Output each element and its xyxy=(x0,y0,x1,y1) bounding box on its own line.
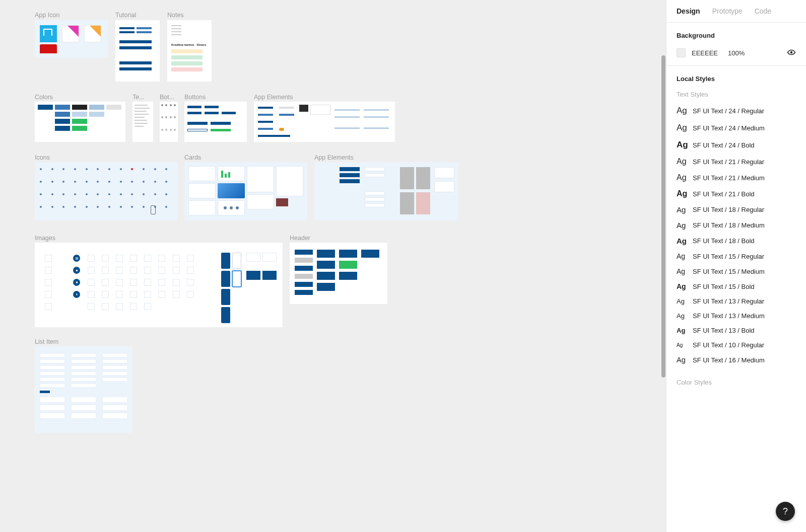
frame-label-app-el2: App Elements xyxy=(314,154,354,161)
frame-label-te: Te... xyxy=(132,94,145,101)
background-row: EEEEEE 100% xyxy=(666,44,806,66)
canvas-scrollbar[interactable] xyxy=(661,0,666,532)
frame-label-buttons: Buttons xyxy=(184,94,206,101)
help-icon: ? xyxy=(783,506,788,517)
text-style-label: SF UI Text / 13 / Medium xyxy=(693,312,765,320)
background-opacity[interactable]: 100% xyxy=(728,49,753,57)
frame-app-elements-2[interactable] xyxy=(314,162,458,220)
color-styles-subtitle: Color Styles xyxy=(666,372,806,396)
text-style-row[interactable]: AgSF UI Text / 21 / Medium xyxy=(666,170,806,186)
text-style-label: SF UI Text / 24 / Medium xyxy=(693,124,765,132)
frame-colors[interactable] xyxy=(35,102,125,142)
text-style-row[interactable]: AgSF UI Text / 15 / Regular xyxy=(666,249,806,264)
frame-label-app-icon: App Icon xyxy=(35,12,59,19)
design-canvas[interactable]: App Icon Tutorial Notes Kreditne kartice… xyxy=(0,0,666,532)
scrollbar-thumb[interactable] xyxy=(661,55,665,377)
frame-label-tutorial: Tutorial xyxy=(115,12,136,19)
text-style-sample: Ag xyxy=(677,221,688,230)
local-styles-title: Local Styles xyxy=(666,66,806,88)
svg-point-1 xyxy=(790,51,793,54)
text-style-sample: Ag xyxy=(677,282,688,290)
text-style-row[interactable]: AgSF UI Text / 18 / Bold xyxy=(666,233,806,249)
frame-app-elements-1[interactable] xyxy=(254,102,395,142)
frame-label-header: Header xyxy=(290,235,310,242)
text-style-sample: Ag xyxy=(677,327,688,334)
text-style-row[interactable]: AgSF UI Text / 15 / Medium xyxy=(666,264,806,279)
frame-typography[interactable] xyxy=(132,102,153,142)
frame-bot[interactable] xyxy=(160,102,178,142)
text-style-sample: Ag xyxy=(677,106,688,116)
frame-icons[interactable] xyxy=(35,162,178,220)
frame-label-bot: Bot... xyxy=(160,94,174,101)
frame-tutorial[interactable] xyxy=(115,20,160,82)
text-style-label: SF UI Text / 18 / Bold xyxy=(693,237,755,245)
text-style-sample: Ag xyxy=(677,237,688,245)
text-style-label: SF UI Text / 16 / Medium xyxy=(693,356,765,364)
text-style-row[interactable]: AgSF UI Text / 21 / Bold xyxy=(666,186,806,202)
text-style-label: SF UI Text / 13 / Regular xyxy=(693,297,764,305)
tab-prototype[interactable]: Prototype xyxy=(712,7,743,15)
text-style-sample: Ag xyxy=(677,342,688,348)
text-style-label: SF UI Text / 10 / Regular xyxy=(693,341,764,349)
text-style-label: SF UI Text / 21 / Bold xyxy=(693,190,755,198)
background-swatch[interactable] xyxy=(677,48,686,57)
text-style-sample: Ag xyxy=(677,297,688,305)
text-style-sample: Ag xyxy=(677,356,688,364)
frame-notes[interactable]: Kreditne kartice - Diners xyxy=(167,20,212,82)
frame-list-item[interactable] xyxy=(35,346,132,433)
text-style-label: SF UI Text / 24 / Bold xyxy=(693,141,755,149)
text-style-row[interactable]: AgSF UI Text / 21 / Regular xyxy=(666,154,806,170)
frame-label-colors: Colors xyxy=(35,94,53,101)
frame-header[interactable] xyxy=(290,243,387,304)
text-style-row[interactable]: AgSF UI Text / 13 / Regular xyxy=(666,294,806,309)
text-style-label: SF UI Text / 24 / Regular xyxy=(693,107,764,115)
frame-label-icons: Icons xyxy=(35,154,50,161)
text-style-row[interactable]: AgSF UI Text / 13 / Bold xyxy=(666,323,806,338)
frame-label-notes: Notes xyxy=(167,12,184,19)
text-style-sample: Ag xyxy=(677,189,688,198)
notes-heading: Kreditne kartice - Diners xyxy=(171,43,208,46)
text-style-row[interactable]: AgSF UI Text / 24 / Bold xyxy=(666,136,806,154)
visibility-toggle-icon[interactable] xyxy=(787,48,796,57)
text-style-row[interactable]: AgSF UI Text / 24 / Regular xyxy=(666,102,806,119)
text-style-sample: Ag xyxy=(677,157,688,166)
panel-tabs: Design Prototype Code xyxy=(666,0,806,23)
help-button[interactable]: ? xyxy=(776,502,795,521)
text-style-sample: Ag xyxy=(677,205,688,214)
text-style-label: SF UI Text / 21 / Regular xyxy=(693,158,764,166)
frame-images[interactable] xyxy=(35,243,283,327)
text-style-row[interactable]: AgSF UI Text / 13 / Medium xyxy=(666,309,806,323)
text-style-label: SF UI Text / 21 / Medium xyxy=(693,174,765,182)
text-style-row[interactable]: AgSF UI Text / 18 / Medium xyxy=(666,217,806,233)
text-style-list: AgSF UI Text / 24 / RegularAgSF UI Text … xyxy=(666,100,806,372)
text-style-row[interactable]: AgSF UI Text / 16 / Medium xyxy=(666,352,806,367)
text-style-sample: Ag xyxy=(677,267,688,275)
text-style-label: SF UI Text / 18 / Regular xyxy=(693,206,764,213)
text-style-row[interactable]: AgSF UI Text / 10 / Regular xyxy=(666,338,806,352)
tab-code[interactable]: Code xyxy=(755,7,771,15)
text-style-sample: Ag xyxy=(677,252,688,260)
frame-label-list-item: List Item xyxy=(35,338,58,345)
tab-design[interactable]: Design xyxy=(677,7,700,15)
text-style-sample: Ag xyxy=(677,123,688,133)
frame-label-app-el1: App Elements xyxy=(254,94,293,101)
text-style-sample: Ag xyxy=(677,140,688,150)
frame-app-icon[interactable] xyxy=(35,20,108,58)
properties-panel: Design Prototype Code Background EEEEEE … xyxy=(666,0,806,532)
text-style-label: SF UI Text / 13 / Bold xyxy=(693,327,755,334)
text-style-sample: Ag xyxy=(677,173,688,182)
svg-point-0 xyxy=(76,269,78,271)
text-style-row[interactable]: AgSF UI Text / 18 / Regular xyxy=(666,202,806,217)
background-section-title: Background xyxy=(666,23,806,44)
text-style-row[interactable]: AgSF UI Text / 15 / Bold xyxy=(666,279,806,294)
frame-cards[interactable] xyxy=(184,162,307,220)
text-styles-subtitle: Text Styles xyxy=(666,88,806,100)
frame-label-cards: Cards xyxy=(184,154,201,161)
frame-buttons[interactable] xyxy=(184,102,247,142)
text-style-row[interactable]: AgSF UI Text / 24 / Medium xyxy=(666,119,806,136)
text-style-label: SF UI Text / 15 / Regular xyxy=(693,253,764,260)
frame-label-images: Images xyxy=(35,235,55,242)
text-style-label: SF UI Text / 15 / Bold xyxy=(693,283,755,290)
text-style-label: SF UI Text / 15 / Medium xyxy=(693,268,765,275)
background-hex[interactable]: EEEEEE xyxy=(692,49,722,57)
